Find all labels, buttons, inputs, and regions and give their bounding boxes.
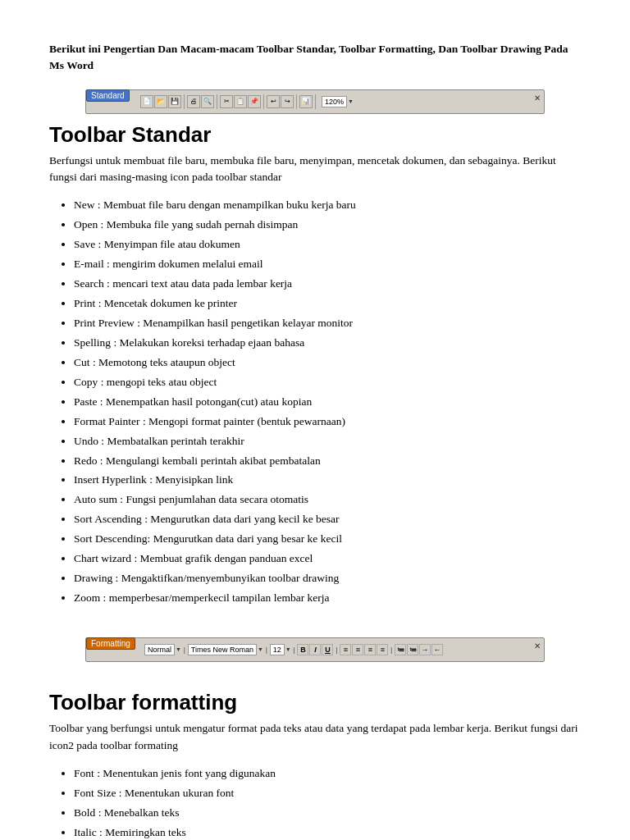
toolbar-formatting-list: Font : Menentukan jenis font yang diguna…: [74, 765, 581, 840]
list-item: Print Preview : Menampilkan hasil penget…: [74, 314, 581, 333]
list-item: Open : Membuka file yang sudah pernah di…: [74, 216, 581, 235]
tb-zoom-arrow: ▼: [348, 98, 354, 105]
tb-sep-3: [263, 94, 264, 109]
tb-sep-5: [315, 94, 316, 109]
intro-paragraph: Berikut ini Pengertian Dan Macam-macam T…: [49, 41, 581, 75]
fmt-sep2: |: [266, 646, 267, 654]
list-item: Auto sum : Fungsi penjumlahan data secar…: [74, 491, 581, 509]
fmt-sep3: |: [294, 646, 295, 654]
standard-toolbar-bar: Standard 📄 📂 💾 🖨 🔍 ✂ 📋 📌 ↩ ↪ 📊 120% ▼ ✕: [85, 89, 545, 114]
fmt-bold-icon: B: [297, 644, 308, 655]
fmt-italic-icon: I: [309, 644, 321, 655]
fmt-indent2-icon: ←: [431, 644, 443, 655]
standard-toolbar-image: Standard 📄 📂 💾 🖨 🔍 ✂ 📋 📌 ↩ ↪ 📊 120% ▼ ✕: [49, 89, 581, 114]
formatting-toolbar-icons: Normal ▼ | Times New Roman ▼ | 12 ▼ | B …: [144, 644, 443, 655]
list-item: Font : Menentukan jenis font yang diguna…: [74, 765, 581, 783]
fmt-sep5: |: [390, 646, 392, 654]
formatting-toolbar-bar: Formatting Normal ▼ | Times New Roman ▼ …: [85, 637, 545, 662]
spacer-1: [49, 621, 581, 637]
spacer-2: [49, 670, 581, 687]
toolbar-standar-desc: Berfungsi untuk membuat file baru, membu…: [49, 153, 581, 187]
tb-zoom-box: 120%: [322, 96, 347, 107]
fmt-font-box: Times New Roman: [188, 644, 257, 655]
toolbar-standar-list: New : Membuat file baru dengan menampilk…: [74, 196, 581, 608]
fmt-font-arrow: ▼: [258, 646, 263, 653]
fmt-align-center-icon: ≡: [352, 644, 363, 655]
tb-sep-1: [184, 94, 185, 109]
tb-sep-4: [296, 94, 297, 109]
tb-cut-icon: ✂: [220, 95, 233, 108]
tb-preview-icon: 🔍: [201, 95, 214, 108]
list-item: Insert Hyperlink : Menyisipkan link: [74, 471, 581, 490]
list-item: Redo : Mengulangi kembali perintah akiba…: [74, 452, 581, 471]
list-item: Search : mencari text atau data pada lem…: [74, 275, 581, 294]
list-item: Zoom : memperbesar/memperkecil tampilan …: [74, 589, 581, 608]
list-item: Bold : Menebalkan teks: [74, 804, 581, 823]
list-item: Chart wizard : Membuat grafik dengan pan…: [74, 550, 581, 568]
toolbar-standar-title: Toolbar Standar: [49, 122, 581, 148]
list-item: Format Painter : Mengopi format painter …: [74, 413, 581, 431]
fmt-list2-icon: ≔: [407, 644, 418, 655]
fmt-sep4: |: [336, 646, 337, 654]
list-item: New : Membuat file baru dengan menampilk…: [74, 196, 581, 215]
fmt-sep: |: [184, 646, 185, 654]
fmt-indent1-icon: →: [419, 644, 431, 655]
list-item: Italic : Memiringkan teks: [74, 824, 581, 840]
tb-open-icon: 📂: [154, 95, 167, 108]
fmt-justify-icon: ≡: [377, 644, 388, 655]
list-item: Spelling : Melakukan koreksi terhadap ej…: [74, 334, 581, 353]
formatting-toolbar-label: Formatting: [86, 637, 135, 650]
fmt-size-box: 12: [270, 644, 285, 655]
tb-save-icon: 💾: [168, 95, 181, 108]
fmt-size-arrow: ▼: [285, 646, 291, 653]
tb-copy-icon: 📋: [234, 95, 247, 108]
list-item: Copy : mengopi teks atau object: [74, 373, 581, 392]
tb-sep-2: [217, 94, 217, 109]
fmt-align-left-icon: ≡: [340, 644, 351, 655]
fmt-align-right-icon: ≡: [364, 644, 376, 655]
list-item: Font Size : Menentukan ukuran font: [74, 784, 581, 803]
list-item: Undo : Membatalkan perintah terakhir: [74, 432, 581, 451]
tb-close-icon[interactable]: ✕: [534, 94, 541, 103]
standard-toolbar-label: Standard: [86, 89, 130, 102]
list-item: Save : Menyimpan file atau dokumen: [74, 235, 581, 254]
toolbar-formatting-title: Toolbar formatting: [49, 690, 581, 715]
tb-new-icon: 📄: [140, 95, 153, 108]
list-item: Paste : Menempatkan hasil potongan(cut) …: [74, 393, 581, 412]
fmt-close-icon[interactable]: ✕: [534, 641, 541, 651]
list-item: E-mail : mengirim dokumen melalui email: [74, 255, 581, 274]
toolbar-formatting-desc: Toolbar yang berfungsi untuk mengatur fo…: [49, 720, 581, 755]
list-item: Print : Mencetak dokumen ke printer: [74, 294, 581, 313]
list-item: Sort Descending: Mengurutkan data dari y…: [74, 530, 581, 549]
standard-toolbar-icons: 📄 📂 💾 🖨 🔍 ✂ 📋 📌 ↩ ↪ 📊 120% ▼: [140, 94, 354, 109]
list-item: Cut : Memotong teks ataupun object: [74, 354, 581, 372]
formatting-toolbar-image: Formatting Normal ▼ | Times New Roman ▼ …: [49, 637, 581, 662]
fmt-normal-box: Normal: [144, 644, 175, 655]
tb-undo-icon: ↩: [267, 95, 280, 108]
fmt-list1-icon: ≔: [395, 644, 406, 655]
tb-chart-icon: 📊: [299, 95, 313, 108]
list-item: Sort Ascending : Mengurutkan data dari y…: [74, 510, 581, 529]
list-item: Drawing : Mengaktifkan/menyembunyikan to…: [74, 569, 581, 588]
tb-redo-icon: ↪: [281, 95, 294, 108]
tb-print-icon: 🖨: [187, 95, 200, 108]
fmt-normal-arrow: ▼: [176, 646, 181, 653]
tb-paste-icon: 📌: [248, 95, 261, 108]
fmt-underline-icon: U: [322, 644, 333, 655]
